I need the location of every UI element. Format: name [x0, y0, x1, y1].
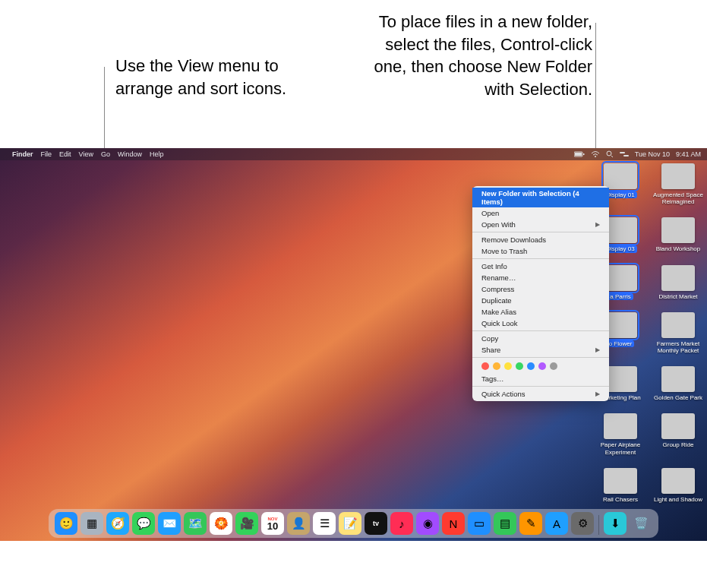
- dock-settings-icon[interactable]: ⚙: [571, 512, 594, 535]
- dock-contacts-icon[interactable]: 👤: [287, 512, 310, 535]
- battery-icon[interactable]: [574, 151, 585, 157]
- chevron-right-icon: ▶: [595, 221, 600, 228]
- dock-keynote-icon[interactable]: ▭: [468, 512, 491, 535]
- menu-file[interactable]: File: [41, 150, 52, 158]
- desktop-icon-label: Rail Chasers: [603, 496, 638, 503]
- desktop-icon[interactable]: Group Ride: [652, 413, 704, 455]
- control-center-icon[interactable]: [620, 151, 629, 157]
- ctx-quick-actions[interactable]: Quick Actions▶: [472, 388, 609, 400]
- chevron-right-icon: ▶: [595, 346, 600, 353]
- desktop-icon[interactable]: Light and Shadow: [652, 468, 704, 503]
- desktop-icon[interactable]: Bland Workshop: [652, 217, 704, 252]
- desktop-icon-label: District Market: [658, 293, 697, 300]
- svg-rect-2: [583, 153, 585, 155]
- tag-color-dot[interactable]: [493, 362, 500, 370]
- file-thumbnail: [661, 468, 695, 494]
- callouts-layer: Use the View menu to arrange and sort ic…: [0, 0, 707, 148]
- file-thumbnail: [604, 468, 637, 494]
- ctx-get-info[interactable]: Get Info: [472, 261, 609, 272]
- desktop-icon-label: Augmented Space Reimagined: [652, 191, 704, 205]
- svg-rect-6: [620, 152, 625, 153]
- ctx-tags[interactable]: Tags…: [472, 373, 609, 384]
- desktop-icon-label: Bland Workshop: [656, 245, 701, 252]
- ctx-separator: [472, 330, 609, 331]
- dock-launchpad-icon[interactable]: ▦: [80, 512, 103, 535]
- dock-podcasts-icon[interactable]: ◉: [416, 512, 439, 535]
- tag-color-dot[interactable]: [550, 362, 557, 370]
- desktop-icon[interactable]: Rail Chasers: [595, 468, 646, 503]
- ctx-new-folder-with-selection[interactable]: New Folder with Selection (4 Items): [472, 188, 609, 207]
- callout-view-menu: Use the View menu to arrange and sort ic…: [115, 55, 313, 100]
- ctx-rename[interactable]: Rename…: [472, 272, 609, 283]
- ctx-copy[interactable]: Copy: [472, 333, 609, 344]
- file-thumbnail: [661, 265, 695, 291]
- dock-news-icon[interactable]: N: [442, 512, 465, 535]
- svg-line-5: [611, 156, 613, 157]
- desktop-icon-label: Group Ride: [663, 441, 694, 448]
- menubar: Finder FileEditViewGoWindowHelp Tue Nov …: [0, 148, 707, 160]
- menu-view[interactable]: View: [79, 150, 93, 158]
- dock-divider: [598, 515, 599, 535]
- svg-rect-1: [575, 153, 582, 156]
- wifi-icon[interactable]: [591, 151, 600, 158]
- tag-color-dot[interactable]: [527, 362, 535, 370]
- callout-new-folder: To place files in a new folder, select t…: [372, 11, 592, 101]
- desktop-icon-label: Paper Airplane Experiment: [595, 441, 646, 455]
- desktop-icon[interactable]: Augmented Space Reimagined: [652, 163, 704, 205]
- desktop-icon[interactable]: Farmers Market Monthly Packet: [652, 312, 704, 354]
- desktop-icon-label: a Parris: [608, 293, 633, 300]
- dock-trash-icon[interactable]: 🗑️: [630, 512, 652, 535]
- desktop-icon[interactable]: Paper Airplane Experiment: [595, 413, 646, 455]
- desktop-icon[interactable]: District Market: [652, 265, 704, 300]
- dock-calendar-icon[interactable]: NOV10: [261, 512, 284, 535]
- menubar-time[interactable]: 9:41 AM: [676, 150, 701, 158]
- dock-notes-icon[interactable]: 📝: [339, 512, 361, 535]
- file-thumbnail: [604, 413, 637, 439]
- menu-window[interactable]: Window: [118, 150, 142, 158]
- tag-color-dot[interactable]: [481, 362, 489, 370]
- ctx-tag-colors[interactable]: [472, 359, 609, 373]
- svg-rect-7: [623, 155, 629, 156]
- dock-reminders-icon[interactable]: ☰: [313, 512, 336, 535]
- ctx-remove-downloads[interactable]: Remove Downloads: [472, 234, 609, 245]
- dock-mail-icon[interactable]: ✉️: [158, 512, 181, 535]
- ctx-duplicate[interactable]: Duplicate: [472, 295, 609, 306]
- dock-maps-icon[interactable]: 🗺️: [184, 512, 207, 535]
- dock-music-icon[interactable]: ♪: [390, 512, 413, 535]
- dock-numbers-icon[interactable]: ▤: [494, 512, 516, 535]
- file-thumbnail: [661, 163, 695, 189]
- dock-tv-icon[interactable]: tv: [365, 512, 387, 535]
- ctx-compress[interactable]: Compress: [472, 283, 609, 295]
- spotlight-icon[interactable]: [606, 150, 614, 158]
- ctx-make-alias[interactable]: Make Alias: [472, 306, 609, 318]
- tag-color-dot[interactable]: [516, 362, 523, 370]
- dock-messages-icon[interactable]: 💬: [132, 512, 155, 535]
- desktop-icon-label: Golden Gate Park: [654, 394, 702, 401]
- dock-downloads-icon[interactable]: ⬇: [604, 512, 627, 535]
- dock-photos-icon[interactable]: 🏵️: [210, 512, 232, 535]
- menubar-date[interactable]: Tue Nov 10: [635, 150, 670, 158]
- file-thumbnail: [604, 163, 637, 189]
- menu-go[interactable]: Go: [101, 150, 110, 158]
- tag-color-dot[interactable]: [504, 362, 512, 370]
- ctx-move-to-trash[interactable]: Move to Trash: [472, 245, 609, 257]
- menu-help[interactable]: Help: [150, 150, 164, 158]
- dock-facetime-icon[interactable]: 🎥: [235, 512, 258, 535]
- dock-appstore-icon[interactable]: A: [545, 512, 568, 535]
- svg-point-4: [607, 151, 611, 156]
- dock-pages-icon[interactable]: ✎: [519, 512, 542, 535]
- dock-safari-icon[interactable]: 🧭: [106, 512, 129, 535]
- dock: 🙂▦🧭💬✉️🗺️🏵️🎥NOV10👤☰📝tv♪◉N▭▤✎A⚙⬇🗑️: [49, 509, 658, 538]
- ctx-quick-look[interactable]: Quick Look: [472, 318, 609, 329]
- dock-finder-icon[interactable]: 🙂: [55, 512, 77, 535]
- menu-edit[interactable]: Edit: [59, 150, 71, 158]
- menubar-app-name[interactable]: Finder: [12, 150, 33, 158]
- svg-point-3: [595, 156, 596, 157]
- chevron-right-icon: ▶: [595, 390, 600, 397]
- desktop-icon-label: Farmers Market Monthly Packet: [652, 340, 704, 354]
- ctx-open[interactable]: Open: [472, 207, 609, 219]
- tag-color-dot[interactable]: [538, 362, 546, 370]
- ctx-share[interactable]: Share▶: [472, 344, 609, 356]
- ctx-open-with[interactable]: Open With▶: [472, 219, 609, 230]
- desktop-icon[interactable]: Golden Gate Park: [652, 366, 704, 401]
